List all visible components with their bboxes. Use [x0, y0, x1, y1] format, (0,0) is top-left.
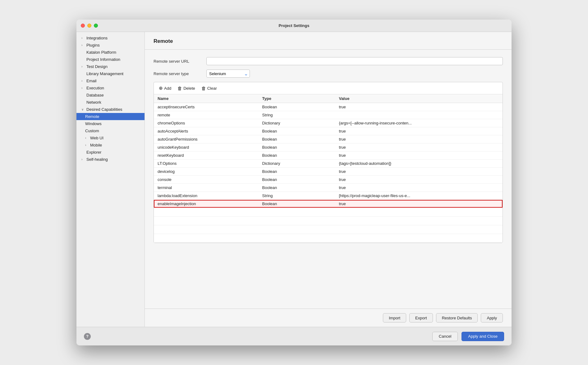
chevron-icon: › [81, 86, 85, 90]
main-header: Remote [145, 32, 512, 50]
add-button[interactable]: ⊕ Add [158, 85, 172, 92]
table-row[interactable]: acceptInsecureCertsBooleantrue [154, 103, 503, 111]
chevron-icon: › [81, 158, 85, 161]
server-type-row: Remote server type SeleniumAppiumCustom … [154, 70, 503, 78]
cell-value: true [335, 143, 503, 151]
table-row[interactable]: devicelogBooleantrue [154, 168, 503, 176]
table-row[interactable]: remoteString [154, 111, 503, 119]
sidebar-item-mobile[interactable]: ›Mobile [76, 142, 145, 149]
sidebar-item-network[interactable]: Network [76, 99, 145, 106]
cell-value: true [335, 176, 503, 184]
cell-type: String [259, 192, 335, 200]
chevron-icon: › [81, 43, 85, 47]
sidebar-item-web-ui[interactable]: ›Web UI [76, 134, 145, 142]
cell-type: Boolean [259, 176, 335, 184]
empty-row [154, 234, 503, 242]
sidebar-item-database[interactable]: Database [76, 92, 145, 99]
content-area: ›Integrations›PluginsKatalon PlatformPro… [76, 32, 512, 327]
table-row[interactable]: enableImageInjectionBooleantrue [154, 200, 503, 208]
table-row[interactable]: terminalBooleantrue [154, 184, 503, 192]
cell-name: enableImageInjection [154, 200, 259, 208]
table-row[interactable]: consoleBooleantrue [154, 176, 503, 184]
cell-value: {args=[--allow-running-insecure-conten..… [335, 119, 503, 127]
sidebar-item-custom[interactable]: Custom [76, 127, 145, 134]
sidebar-item-execution[interactable]: ›Execution [76, 84, 145, 92]
sidebar-label: Self-healing [86, 157, 108, 162]
delete-button[interactable]: 🗑 Delete [176, 85, 196, 92]
main-panel: Remote Remote server URL Remote server t… [145, 32, 512, 327]
apply-button[interactable]: Apply [481, 313, 503, 322]
server-type-label: Remote server type [154, 71, 206, 76]
sidebar-item-katalon-platform[interactable]: Katalon Platform [76, 49, 145, 56]
table-toolbar: ⊕ Add 🗑 Delete 🗑 Clear [154, 82, 503, 94]
sidebar-item-desired-capabilities[interactable]: ∨Desired Capabilities [76, 106, 145, 113]
cell-name: autoAcceptAlerts [154, 127, 259, 135]
cell-name: remote [154, 111, 259, 119]
cell-name: devicelog [154, 168, 259, 176]
table-row[interactable]: autoGrantPermissionsBooleantrue [154, 135, 503, 143]
add-label: Add [164, 86, 171, 91]
col-header-type: Type [259, 94, 335, 103]
titlebar: Project Settings [76, 20, 512, 32]
sidebar-label: Web UI [90, 136, 103, 140]
section-heading: Remote [154, 38, 503, 44]
sidebar-item-remote[interactable]: Remote [76, 113, 145, 120]
table-row[interactable]: LT:OptionsDictionary{tags=[testcloud-aut… [154, 160, 503, 168]
sidebar-label: Integrations [86, 36, 108, 40]
sidebar-item-library-management[interactable]: Library Management [76, 70, 145, 77]
cell-name: acceptInsecureCerts [154, 103, 259, 111]
main-body: Remote server URL Remote server type Sel… [145, 50, 512, 309]
export-button[interactable]: Export [409, 313, 433, 322]
minimize-button[interactable] [87, 24, 91, 28]
cell-name: chromeOptions [154, 119, 259, 127]
sidebar-item-email[interactable]: ›Email [76, 77, 145, 84]
sidebar-item-integrations[interactable]: ›Integrations [76, 34, 145, 42]
table-row[interactable]: unicodeKeyboardBooleantrue [154, 143, 503, 151]
sidebar-item-self-healing[interactable]: ›Self-healing [76, 156, 145, 163]
cell-value: true [335, 151, 503, 160]
col-header-name: Name [154, 94, 259, 103]
sidebar-label: Windows [85, 121, 102, 126]
cell-value: true [335, 184, 503, 192]
cancel-button[interactable]: Cancel [432, 332, 458, 341]
restore-defaults-button[interactable]: Restore Defaults [436, 313, 478, 322]
table-row[interactable]: autoAcceptAlertsBooleantrue [154, 127, 503, 135]
server-url-input[interactable] [206, 57, 503, 65]
sidebar-item-test-design[interactable]: ›Test Design [76, 63, 145, 70]
table-row[interactable]: chromeOptionsDictionary{args=[--allow-ru… [154, 119, 503, 127]
sidebar-label: Database [86, 93, 104, 97]
apply-close-button[interactable]: Apply and Close [462, 332, 504, 341]
chevron-icon: › [85, 136, 89, 140]
sidebar-item-windows[interactable]: Windows [76, 120, 145, 127]
cell-value: true [335, 168, 503, 176]
sidebar-item-project-information[interactable]: Project Information [76, 56, 145, 63]
cell-name: lambda:loadExtension [154, 192, 259, 200]
maximize-button[interactable] [94, 24, 98, 28]
cell-value [335, 111, 503, 119]
import-button[interactable]: Import [383, 313, 406, 322]
cell-type: Boolean [259, 184, 335, 192]
sidebar-label: Explorer [86, 150, 101, 155]
clear-icon: 🗑 [201, 86, 206, 91]
cell-type: Boolean [259, 200, 335, 208]
sidebar-item-explorer[interactable]: Explorer [76, 149, 145, 156]
help-button[interactable]: ? [84, 333, 91, 340]
cell-name: console [154, 176, 259, 184]
sidebar-label: Project Information [86, 57, 120, 62]
cell-type: String [259, 111, 335, 119]
empty-row [154, 208, 503, 216]
capabilities-table: Name Type Value acceptInsecureCertsBoole… [154, 94, 503, 243]
server-type-select[interactable]: SeleniumAppiumCustom [206, 70, 250, 78]
cell-type: Boolean [259, 168, 335, 176]
cell-name: terminal [154, 184, 259, 192]
cell-type: Dictionary [259, 119, 335, 127]
window-footer: ? Cancel Apply and Close [76, 327, 512, 345]
table-row[interactable]: lambda:loadExtensionString[https://prod-… [154, 192, 503, 200]
clear-button[interactable]: 🗑 Clear [200, 85, 218, 92]
sidebar-label: Desired Capabilities [86, 107, 122, 112]
sidebar-item-plugins[interactable]: ›Plugins [76, 42, 145, 49]
close-button[interactable] [81, 24, 85, 28]
table-container: Name Type Value acceptInsecureCertsBoole… [154, 94, 503, 243]
server-url-label: Remote server URL [154, 59, 206, 64]
table-row[interactable]: resetKeyboardBooleantrue [154, 151, 503, 160]
